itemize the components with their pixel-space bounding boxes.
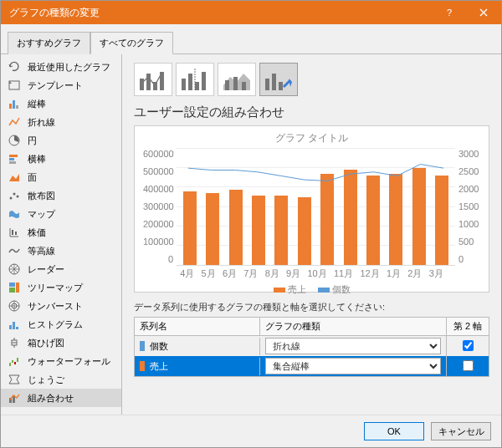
combo-subtype-3[interactable] [218,63,256,96]
series-table-header: 系列名 グラフの種類 第 2 軸 [135,318,489,336]
series-row-0[interactable]: 個数折れ線 [135,336,489,356]
tab-all[interactable]: すべてのグラフ [90,32,173,54]
sidebar-item-16[interactable]: ウォーターフォール [1,352,121,370]
sidebar-item-14[interactable]: ヒストグラム [1,315,121,333]
sidebar-item-12[interactable]: ツリーマップ [1,278,121,297]
series-color-swatch [140,361,145,371]
sidebar-item-10[interactable]: 等高線 [1,242,121,260]
svg-point-10 [13,193,16,196]
chart-preview[interactable]: グラフ タイトル 6000005000004000003000002000001… [134,125,489,293]
svg-rect-2 [9,104,12,109]
sidebar-icon-0 [8,60,21,74]
series-type-select[interactable]: 集合縦棒 [265,358,441,374]
svg-rect-6 [9,155,18,157]
svg-rect-42 [225,80,229,90]
y-axis-labels: 6000005000004000003000002000001000000 [143,149,177,266]
sidebar-label: 横棒 [28,153,46,165]
combo-subtype-custom[interactable] [259,63,298,96]
sidebar-item-7[interactable]: 散布図 [1,186,121,205]
sidebar-label: 等高線 [28,245,55,257]
header-series-name: 系列名 [135,318,260,335]
sidebar-icon-4 [8,134,21,147]
sidebar-label: 面 [28,171,37,184]
series-row-1[interactable]: 売上集合縦棒 [135,356,489,376]
help-button[interactable]: ? [431,1,466,24]
svg-rect-20 [9,325,12,329]
svg-rect-37 [182,79,186,90]
sidebar-item-15[interactable]: 箱ひげ図 [1,333,121,352]
series-name-cell: 売上 [135,358,260,375]
plot-area [177,149,455,266]
secondary-axis-checkbox[interactable] [463,340,474,351]
series-name-cell: 個数 [135,338,260,355]
cancel-button[interactable]: キャンセル [431,422,491,440]
svg-rect-12 [12,230,13,235]
tab-strip: おすすめグラフ すべてのグラフ [1,24,501,54]
svg-rect-46 [272,74,276,90]
sidebar-icon-10 [8,244,21,257]
svg-rect-33 [140,79,144,90]
sidebar-item-5[interactable]: 横棒 [1,150,121,168]
x-axis-labels: 4月5月6月7月8月9月10月11月12月1月2月3月 [143,266,480,280]
sidebar-icon-18 [8,391,21,405]
sidebar-icon-1 [8,79,21,92]
sidebar-item-9[interactable]: 株価 [1,223,121,242]
svg-rect-22 [16,327,18,329]
tab-recommended[interactable]: おすすめグラフ [8,32,90,54]
sidebar-label: テンプレート [28,79,83,92]
svg-rect-4 [16,105,18,109]
chart-preview-title: グラフ タイトル [143,131,480,145]
sidebar-label: 組み合わせ [28,392,74,405]
sidebar-item-3[interactable]: 折れ線 [1,113,121,131]
chart-category-sidebar: 最近使用したグラフテンプレート縦棒折れ線円横棒面散布図マップ株価等高線レーダーツ… [1,54,122,415]
sidebar-label: 散布図 [28,190,55,202]
sidebar-label: ツリーマップ [28,282,83,294]
sidebar-icon-3 [8,115,21,129]
sidebar-item-0[interactable]: 最近使用したグラフ [1,58,121,76]
sidebar-icon-6 [8,171,21,184]
legend-swatch-2 [318,288,330,293]
svg-rect-28 [12,360,13,363]
secondary-axis-checkbox[interactable] [463,360,474,371]
sidebar-label: ウォーターフォール [28,355,110,368]
sidebar-item-2[interactable]: 縦棒 [1,94,121,113]
instruction-text: データ系列に使用するグラフの種類と軸を選択してください: [134,301,489,313]
combo-subtype-1[interactable] [134,63,172,96]
series-type-select[interactable]: 折れ線 [265,338,441,354]
sidebar-icon-16 [8,354,21,368]
series-type-cell: 集合縦棒 [260,355,447,377]
series-axis-cell [447,338,489,355]
y2-axis-labels: 300025002000150010005000 [455,149,480,266]
ok-button[interactable]: OK [364,422,424,440]
svg-rect-3 [13,100,15,109]
sidebar-label: 箱ひげ図 [28,337,64,349]
sidebar-label: レーダー [28,263,64,276]
svg-point-9 [10,197,13,200]
sidebar-item-4[interactable]: 円 [1,131,121,150]
sidebar-item-1[interactable]: テンプレート [1,76,121,94]
sidebar-label: 縦棒 [28,98,46,110]
sidebar-item-17[interactable]: じょうご [1,370,121,389]
close-button[interactable] [466,1,501,24]
svg-rect-40 [202,72,206,90]
dialog-buttons: OK キャンセル [1,415,501,447]
svg-rect-8 [9,161,16,164]
svg-point-11 [17,196,19,198]
chart-area: 6000005000004000003000002000001000000 30… [143,149,480,266]
series-table: 系列名 グラフの種類 第 2 軸 個数折れ線売上集合縦棒 [134,317,489,377]
sidebar-icon-14 [8,318,21,331]
sidebar-icon-2 [8,97,21,110]
sidebar-item-18[interactable]: 組み合わせ [1,389,121,407]
sidebar-icon-17 [8,373,21,386]
sidebar-item-8[interactable]: マップ [1,205,121,223]
subtype-row [134,63,489,96]
sidebar-item-11[interactable]: レーダー [1,260,121,278]
sidebar-icon-11 [8,262,21,276]
sidebar-item-6[interactable]: 面 [1,168,121,186]
svg-rect-29 [14,362,16,364]
main-panel: ユーザー設定の組み合わせ グラフ タイトル 600000500000400000… [122,54,501,415]
svg-rect-45 [265,79,269,90]
sidebar-item-13[interactable]: サンバースト [1,297,121,315]
combo-subtype-2[interactable] [176,63,214,96]
sidebar-label: ヒストグラム [28,318,83,331]
